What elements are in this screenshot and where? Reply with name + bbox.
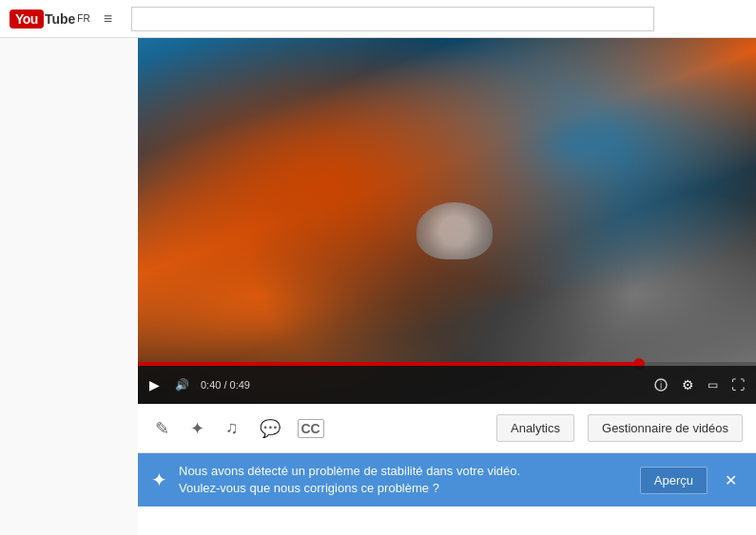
video-time: 0:40 / 0:49: [201, 379, 250, 391]
svg-text:i: i: [660, 380, 662, 391]
notification-line2: Voulez-vous que nous corrigions ce probl…: [179, 481, 439, 495]
youtube-lang: FR: [77, 13, 89, 24]
search-bar[interactable]: [131, 7, 654, 31]
play-button[interactable]: [145, 375, 164, 394]
sidebar: [0, 38, 138, 535]
video-manager-button[interactable]: Gestionnaire de vidéos: [588, 414, 743, 442]
analytics-button[interactable]: Analytics: [496, 414, 574, 442]
cast-button[interactable]: [704, 376, 722, 393]
notification-text: Nous avons détecté un problème de stabil…: [179, 463, 629, 497]
youtube-tube: Tube: [45, 11, 75, 27]
hamburger-menu-icon[interactable]: ≡: [104, 10, 112, 28]
edit-pencil-icon[interactable]: ✎: [151, 414, 173, 443]
fullscreen-button[interactable]: [727, 375, 748, 394]
video-toolbar: ✎ ✦ ♫ 💬 CC Analytics Gestionnaire de vid…: [138, 404, 756, 453]
settings-button[interactable]: [678, 375, 698, 394]
search-input[interactable]: [131, 7, 654, 31]
video-thumbnail: [138, 38, 756, 404]
apercu-button[interactable]: Aperçu: [640, 467, 708, 494]
controls-bar: 0:40 / 0:49 i: [138, 366, 756, 404]
youtube-you: You: [10, 10, 44, 29]
cc-icon[interactable]: CC: [298, 419, 324, 438]
header: YouTubeFR ≡: [0, 0, 756, 38]
music-note-icon[interactable]: ♫: [222, 414, 242, 442]
notification-star-icon: ✦: [151, 468, 167, 491]
youtube-logo[interactable]: YouTubeFR: [10, 10, 90, 29]
notification-close-icon[interactable]: ✕: [719, 468, 743, 493]
volume-button[interactable]: [171, 376, 193, 393]
comment-icon[interactable]: 💬: [256, 414, 284, 443]
video-player[interactable]: 0:40 / 0:49 i: [138, 38, 756, 404]
video-section: 0:40 / 0:49 i ✎ ✦ ♫ 💬 CC Analytics: [138, 38, 756, 535]
notification-line1: Nous avons détecté un problème de stabil…: [179, 464, 520, 478]
magic-wand-icon[interactable]: ✦: [186, 414, 208, 443]
main-content: 0:40 / 0:49 i ✎ ✦ ♫ 💬 CC Analytics: [0, 38, 756, 535]
notification-banner: ✦ Nous avons détecté un problème de stab…: [138, 453, 756, 506]
annotations-button[interactable]: i: [649, 375, 672, 394]
